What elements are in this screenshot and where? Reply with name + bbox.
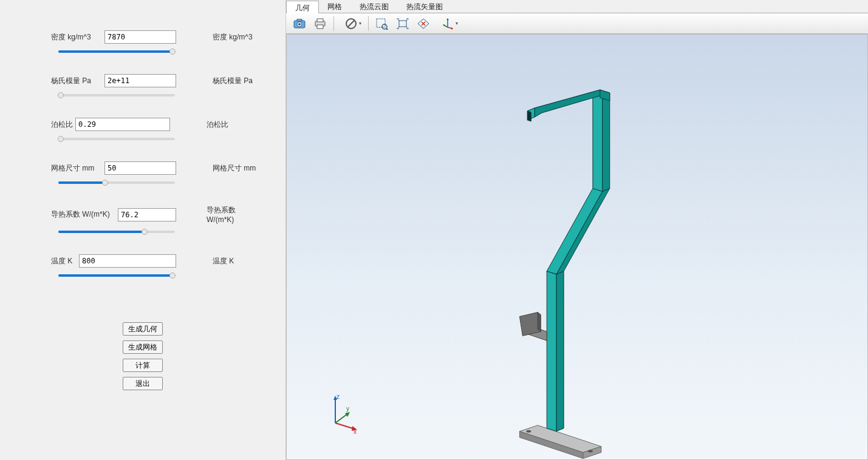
label-conductivity-right: 导热系数 W/(m*K)	[176, 205, 261, 224]
tube-angled	[547, 188, 610, 274]
svg-marker-35	[527, 111, 531, 121]
tab-mesh[interactable]: 网格	[319, 0, 351, 13]
svg-point-3	[298, 23, 301, 25]
bracket	[519, 313, 547, 341]
label-conductivity: 导热系数 W/(m*K)	[51, 209, 118, 220]
slider-density[interactable]	[58, 47, 175, 56]
tab-heat-cloud[interactable]: 热流云图	[351, 0, 398, 13]
svg-line-41	[335, 414, 347, 423]
tab-bar: 几何 网格 热流云图 热流矢量图	[286, 0, 868, 13]
svg-marker-27	[547, 188, 603, 274]
tab-heat-vector[interactable]: 热流矢量图	[398, 0, 452, 13]
axis-orientation-dropdown[interactable]	[434, 15, 461, 32]
label-youngs-right: 杨氏模量 Pa	[176, 76, 261, 86]
compute-button[interactable]: 计算	[123, 359, 163, 372]
slider-poisson[interactable]	[58, 135, 175, 143]
camera-icon	[293, 19, 306, 29]
label-temperature-right: 温度 K	[176, 256, 261, 266]
input-poisson[interactable]	[75, 118, 170, 131]
toolbar-separator	[333, 16, 334, 31]
axis-z-label: z	[337, 393, 340, 400]
input-youngs[interactable]	[104, 74, 176, 87]
svg-rect-12	[399, 21, 406, 27]
tube-lower	[547, 268, 564, 431]
param-row-poisson: 泊松比 泊松比	[0, 118, 285, 131]
svg-line-11	[386, 29, 388, 30]
label-temperature: 温度 K	[51, 256, 79, 266]
svg-marker-22	[556, 271, 564, 431]
slider-youngs[interactable]	[58, 91, 175, 100]
slider-mesh-row	[0, 178, 285, 187]
slider-conductivity-row	[0, 228, 285, 236]
exit-button[interactable]: 退出	[123, 377, 163, 390]
fit-icon	[396, 18, 409, 30]
generate-mesh-button[interactable]: 生成网格	[123, 340, 163, 354]
no-entry-dropdown[interactable]	[338, 15, 364, 32]
viewer-toolbar	[286, 13, 868, 34]
label-density-right: 密度 kg/m^3	[176, 32, 261, 42]
no-entry-icon	[346, 18, 357, 29]
model-render	[287, 35, 867, 459]
slider-temperature-row	[0, 271, 285, 280]
slider-temperature[interactable]	[58, 271, 175, 280]
svg-marker-28	[556, 188, 610, 274]
svg-point-19	[526, 430, 531, 433]
svg-point-20	[588, 450, 593, 453]
label-density: 密度 kg/m^3	[51, 32, 104, 42]
diamond-icon	[417, 18, 430, 30]
axis-x-label: x	[354, 428, 357, 435]
svg-line-39	[335, 423, 355, 429]
zoom-box-icon	[375, 18, 389, 30]
viewer-panel: 几何 网格 热流云图 热流矢量图	[285, 0, 868, 460]
3d-viewport[interactable]: z x y	[286, 34, 868, 460]
input-temperature[interactable]	[79, 254, 176, 268]
toolbar-separator	[368, 16, 369, 31]
tube-upper	[593, 90, 610, 191]
action-buttons: 生成几何 生成网格 计算 退出	[0, 322, 285, 390]
parameters-panel: 密度 kg/m^3 密度 kg/m^3 杨氏模量 Pa 杨氏模量 Pa 泊松比 …	[0, 0, 285, 460]
svg-marker-29	[593, 93, 603, 191]
svg-marker-21	[547, 271, 556, 431]
label-poisson-right: 泊松比	[170, 120, 255, 130]
axes-icon	[442, 18, 454, 30]
label-youngs: 杨氏模量 Pa	[51, 76, 104, 86]
slider-youngs-row	[0, 91, 285, 100]
input-conductivity[interactable]	[118, 208, 176, 222]
reset-view-button[interactable]	[414, 15, 433, 32]
label-mesh-right: 网格尺寸 mm	[176, 163, 261, 174]
svg-marker-26	[538, 313, 541, 332]
svg-rect-5	[317, 19, 323, 22]
printer-icon	[314, 18, 326, 29]
svg-rect-9	[377, 19, 385, 27]
orientation-triad: z x y	[317, 393, 360, 435]
zoom-box-button[interactable]	[372, 15, 392, 32]
param-row-mesh: 网格尺寸 mm 网格尺寸 mm	[0, 161, 285, 175]
label-mesh: 网格尺寸 mm	[51, 163, 104, 174]
svg-rect-6	[317, 25, 323, 29]
slider-conductivity[interactable]	[58, 228, 175, 236]
svg-rect-1	[297, 19, 302, 21]
tab-geometry[interactable]: 几何	[286, 1, 319, 13]
slider-density-row	[0, 47, 285, 56]
input-density[interactable]	[104, 30, 176, 44]
snapshot-button[interactable]	[290, 15, 309, 32]
param-row-youngs: 杨氏模量 Pa 杨氏模量 Pa	[0, 74, 285, 87]
svg-marker-30	[603, 93, 610, 191]
param-row-conductivity: 导热系数 W/(m*K) 导热系数 W/(m*K)	[0, 205, 285, 224]
slider-poisson-row	[0, 135, 285, 143]
label-poisson: 泊松比	[51, 120, 75, 130]
generate-geometry-button[interactable]: 生成几何	[123, 322, 163, 336]
svg-line-8	[347, 20, 355, 27]
input-mesh[interactable]	[104, 161, 176, 175]
param-row-density: 密度 kg/m^3 密度 kg/m^3	[0, 30, 285, 44]
slider-mesh[interactable]	[58, 178, 175, 187]
axis-y-label: y	[346, 405, 349, 412]
print-button[interactable]	[310, 15, 330, 32]
param-row-temperature: 温度 K 温度 K	[0, 254, 285, 268]
base-plate	[519, 425, 601, 459]
svg-point-10	[382, 24, 387, 29]
fit-view-button[interactable]	[393, 15, 412, 32]
